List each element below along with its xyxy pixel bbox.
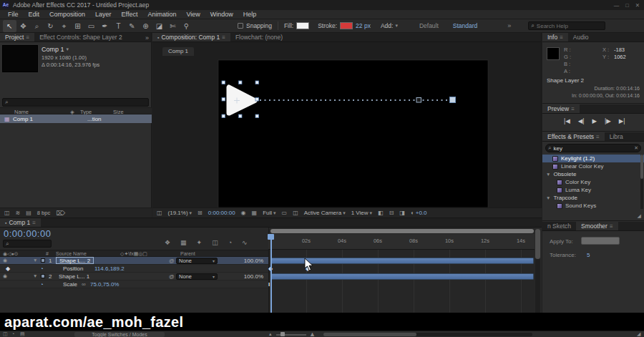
tab-preview[interactable]: Preview ≡ [542,104,580,113]
timeline-horizontal-scrollbar[interactable] [323,333,532,336]
layer-label-chip[interactable] [41,258,45,263]
parent-select[interactable]: None ▾ [176,258,218,264]
position-value[interactable]: 114.6,189.2 [94,265,125,272]
stroke-swatch[interactable] [340,22,353,29]
trash-icon[interactable]: ⌦ [56,210,65,217]
pen-tool[interactable]: ✒ [98,20,112,32]
layer-duration-bar-2[interactable] [270,273,534,280]
toggle-switches-modes-button[interactable]: Toggle Switches / Modes [74,332,165,337]
fill-swatch[interactable] [296,22,309,29]
resolution-select[interactable]: Full ▾ [263,210,275,216]
timeline-jump-icon[interactable]: ◨ [399,210,405,216]
timeline-search-input[interactable] [11,240,49,247]
selection-tool[interactable]: ↖ [3,20,16,32]
always-preview-icon[interactable]: ◫ [157,210,162,216]
composition-viewport[interactable] [152,56,542,207]
timeline-zoom-slider-thumb[interactable] [280,332,285,336]
current-time-indicator-handle[interactable] [268,234,274,240]
parent-pickwhip-icon[interactable]: @ [169,258,175,264]
zoom-in-mountain-icon[interactable]: ▲ [309,331,316,337]
effects-search-box[interactable]: ⌕ ✕ [545,144,641,152]
project-comp-name[interactable]: Comp 1 [42,46,64,53]
project-search-box[interactable]: ⌕ [2,98,149,107]
list-item-trapcode-folder[interactable]: ▼ Trapcode [542,194,644,202]
column-header-parent[interactable]: Parent [180,251,195,256]
tab-project[interactable]: Project ≡ [0,33,34,41]
panel-menu-icon[interactable]: ≡ [26,34,29,41]
workspace-tab-standard[interactable]: Standard [453,22,478,29]
folder-open-icon[interactable]: ▼ [546,172,550,177]
brush-tool[interactable]: ✎ [125,20,139,32]
hand-tool[interactable]: ✥ [16,20,30,32]
menu-animation[interactable]: Animation [142,11,181,18]
effects-search-input[interactable] [553,145,632,152]
column-header-number[interactable]: # [46,251,49,256]
list-item-color-key[interactable]: Color Key [542,178,644,186]
magnification-select[interactable]: (19.1%) ▾ [168,210,192,216]
exposure-control[interactable]: ◐ +0.0 [411,210,427,216]
project-bit-depth[interactable]: 8 bpc [37,210,50,216]
expand-arrow-icon[interactable]: ▼ [33,273,37,278]
folder-open-icon[interactable]: ▼ [546,195,550,200]
project-search-input[interactable] [10,99,146,106]
timeline-vertical-scrollbar[interactable] [535,229,540,326]
timeline-search-box[interactable]: ⌕ [3,240,52,248]
property-row-scale[interactable]: ◔ Scale ∞ 75.0,75.0% [0,280,268,288]
resize-grip-icon[interactable]: ◢ [637,331,640,337]
channels-icon[interactable]: ▦ [252,210,258,216]
composition-flowchart-icon[interactable]: ❖ [165,239,170,246]
next-frame-button[interactable]: |▶ [605,117,611,124]
camera-tool[interactable]: ⌖ [57,20,71,32]
tab-info[interactable]: Info ≡ [542,33,568,41]
tab-effect-controls[interactable]: Effect Controls: Shape Layer 2 [34,33,127,41]
viewer-tab-comp1[interactable]: Comp 1 [162,47,194,56]
stretch-value[interactable]: 100.0% [228,258,263,264]
layer-row-1[interactable]: ◉ ▼ 1 Shape L... 2 @ None ▾ 100.0% [0,257,268,265]
rotation-tool[interactable]: ↻ [44,20,57,32]
list-item-linear-color-key[interactable]: Linear Color Key [542,162,644,170]
eye-icon[interactable]: ◉ [3,258,7,263]
add-control[interactable]: Add: ▾ [381,22,398,29]
comp-timecode[interactable]: 0:00:00:00 [208,210,235,216]
more-workspaces-icon[interactable]: » [507,22,511,29]
menu-effect[interactable]: Effect [117,11,143,18]
clear-search-icon[interactable]: ✕ [634,145,638,151]
keyframe-influence-marker[interactable]: I [268,281,270,288]
snapshot-icon[interactable]: ◉ [241,210,246,216]
layer-name[interactable]: Shape L... 2 [56,257,94,264]
expand-in-out-icon[interactable]: ◔ [11,331,14,336]
transparency-grid-icon[interactable]: ◫ [293,210,298,216]
property-row-position[interactable]: ◆ ◔ Position 114.6,189.2 [0,265,268,273]
zoom-tool[interactable]: ⌕ [30,20,44,32]
timeline-timecode[interactable]: 0:00:00:00 [4,228,51,239]
new-composition-icon[interactable]: ▤ [26,210,31,216]
panel-menu-icon[interactable]: ≡ [32,220,36,226]
panel-menu-icon[interactable]: ≡ [596,134,600,140]
column-header-source-name[interactable]: Source Name [56,251,87,256]
menu-layer[interactable]: Layer [90,11,117,18]
expand-arrow-icon[interactable]: ▼ [33,258,37,263]
panel-menu-icon[interactable]: ≡ [610,223,613,230]
roto-brush-tool[interactable]: ✄ [166,20,180,32]
menu-window[interactable]: Window [205,11,238,18]
region-of-interest-icon[interactable]: ▭ [282,210,288,216]
zoom-out-mountain-icon[interactable]: ▴ [269,331,272,337]
snapping-checkbox[interactable] [238,23,243,29]
time-ruler[interactable]: 02s 04s 06s 08s 10s 12s 14s [268,234,535,250]
workspace-tab-default[interactable]: Default [419,22,439,29]
close-button[interactable]: ✕ [635,2,640,9]
hide-shy-layers-icon[interactable]: ✦ [197,239,203,246]
view-layout-select[interactable]: 1 View ▾ [351,210,372,216]
parent-select[interactable]: None ▾ [176,273,218,280]
motion-blur-icon[interactable]: ◔ [228,239,232,246]
tab-audio[interactable]: Audio [568,33,594,41]
layer-name[interactable]: Shape L... 1 [59,273,89,280]
tolerance-value[interactable]: 5 [587,252,590,258]
play-button[interactable]: ▶ [592,117,597,124]
minimize-button[interactable]: — [614,2,620,9]
time-navigator-bar[interactable] [270,229,534,233]
comp-thumbnail[interactable] [2,45,38,72]
link-icon[interactable]: ∞ [82,281,86,288]
expand-render-time-icon[interactable]: ▤ [20,331,25,337]
menu-composition[interactable]: Composition [44,11,90,18]
